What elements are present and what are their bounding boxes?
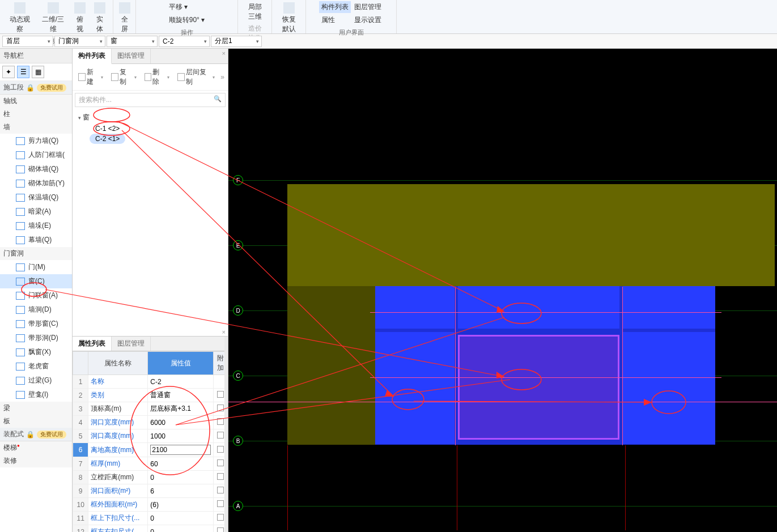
nav-section-slab[interactable]: 板 <box>0 415 72 428</box>
pan-button[interactable]: 平移 ▾ <box>167 1 207 13</box>
window-pane[interactable] <box>375 286 455 329</box>
property-value[interactable]: C-2 <box>148 375 214 389</box>
nav-section-opening[interactable]: 门窗洞 <box>0 247 72 260</box>
nav-item-wall[interactable]: 砌体加筋(Y) <box>0 176 72 190</box>
fullscreen-button[interactable]: 全屏 <box>117 1 133 35</box>
nav-section-stair[interactable]: 楼梯● <box>0 441 72 454</box>
property-value[interactable]: 60 <box>148 457 214 471</box>
checkbox-icon[interactable] <box>217 418 224 425</box>
nav-tool-list[interactable]: ☰ <box>17 66 29 78</box>
nav-item-opening[interactable]: 门联窗(A) <box>0 288 72 303</box>
floor-dropdown[interactable]: 首层 <box>2 36 53 47</box>
floor-copy-button[interactable]: 层间复制 <box>175 66 217 88</box>
nav-item-opening[interactable]: 门(M) <box>0 260 72 274</box>
nav-tool-add[interactable]: ✦ <box>2 66 15 78</box>
property-value[interactable]: 0 <box>148 512 214 525</box>
property-row[interactable]: 6离地高度(mm) <box>73 443 228 457</box>
2d3d-button[interactable]: 二维/三维 <box>37 1 69 35</box>
category-dropdown[interactable]: 门窗洞 <box>54 36 105 47</box>
property-value[interactable]: 1000 <box>148 429 214 443</box>
type-dropdown[interactable]: 窗 <box>107 36 158 47</box>
nav-tool-grid[interactable]: ▦ <box>32 66 44 78</box>
checkbox-icon[interactable] <box>217 473 224 480</box>
nav-section-construction[interactable]: 施工段 🔒 免费试用 <box>0 81 72 95</box>
nav-item-opening[interactable]: 窗(C) <box>0 274 72 288</box>
top-view-button[interactable]: 俯视 <box>71 1 89 35</box>
window-pane[interactable] <box>375 332 455 444</box>
nav-item-opening[interactable]: 墙洞(D) <box>0 303 72 317</box>
layer-mgmt-toggle[interactable]: 图层管理 <box>352 1 384 13</box>
checkbox-icon[interactable] <box>217 500 224 507</box>
property-row[interactable]: 12框左右扣尺寸(...0 <box>73 525 228 533</box>
viewport-3d[interactable]: F E D C B A <box>228 49 777 532</box>
nav-item-opening[interactable]: 飘窗(X) <box>0 345 72 359</box>
solid-button[interactable]: 实体 <box>91 1 108 35</box>
wall-element[interactable] <box>287 286 375 445</box>
member-dropdown[interactable]: C-2 <box>159 36 210 47</box>
property-row[interactable]: 3顶标高(m)层底标高+3.1 <box>73 402 228 416</box>
window-pane[interactable] <box>623 332 715 444</box>
property-row[interactable]: 8立樘距离(mm)0 <box>73 471 228 484</box>
dynamic-view-button[interactable]: 动态观察 <box>5 1 35 35</box>
nav-item-wall[interactable]: 砌体墙(Q) <box>0 162 72 176</box>
nav-item-opening[interactable]: 壁龛(I) <box>0 388 72 402</box>
nav-section-wall[interactable]: 墙 <box>0 121 72 134</box>
window-element-selected[interactable] <box>458 335 619 440</box>
nav-item-opening[interactable]: 带形窗(C) <box>0 317 72 331</box>
tab-layer-mgmt[interactable]: 图层管理 <box>112 337 151 351</box>
nav-item-wall[interactable]: 幕墙(Q) <box>0 233 72 247</box>
display-settings-toggle[interactable]: 显示设置 <box>352 14 384 26</box>
nav-item-wall[interactable]: 墙垛(E) <box>0 219 72 233</box>
checkbox-icon[interactable] <box>217 527 224 532</box>
copy-button[interactable]: 复制 <box>109 66 138 88</box>
nav-section-prefab[interactable]: 装配式 🔒 免费试用 <box>0 428 72 441</box>
nav-item-opening[interactable]: 过梁(G) <box>0 373 72 388</box>
property-row[interactable]: 4洞口宽度(mm)6000 <box>73 416 228 429</box>
property-row[interactable]: 9洞口面积(m²)6 <box>73 484 228 498</box>
checkbox-icon[interactable] <box>217 405 224 411</box>
close-icon[interactable]: × <box>222 50 226 57</box>
tab-drawing-mgmt[interactable]: 图纸管理 <box>112 49 151 63</box>
tree-item[interactable]: C-2 <1> <box>90 134 125 144</box>
window-pane[interactable] <box>458 286 619 329</box>
nav-item-wall[interactable]: 保温墙(Q) <box>0 190 72 205</box>
properties-toggle[interactable]: 属性 <box>319 14 351 26</box>
property-value[interactable]: 普通窗 <box>148 389 214 402</box>
nav-item-opening[interactable]: 老虎窗 <box>0 359 72 373</box>
tab-component-list[interactable]: 构件列表 <box>73 49 112 64</box>
wall-element[interactable] <box>287 184 775 286</box>
property-row[interactable]: 1名称C-2 <box>73 375 228 389</box>
nav-section-column[interactable]: 柱 <box>0 108 72 121</box>
close-icon[interactable]: × <box>222 329 226 335</box>
restore-default-button[interactable]: 恢复默认 <box>277 1 301 35</box>
window-pane[interactable] <box>623 286 715 329</box>
tab-property-list[interactable]: 属性列表 <box>73 337 112 351</box>
property-value[interactable]: (6) <box>148 498 214 512</box>
property-value[interactable]: 6 <box>148 484 214 498</box>
component-list-toggle[interactable]: 构件列表 <box>319 1 351 13</box>
nav-item-wall[interactable]: 剪力墙(Q) <box>0 134 72 148</box>
new-button[interactable]: 新建 <box>76 66 105 88</box>
checkbox-icon[interactable] <box>217 487 224 493</box>
scrollbar[interactable] <box>224 337 228 532</box>
property-row[interactable]: 10框外围面积(m²)(6) <box>73 498 228 512</box>
checkbox-icon[interactable] <box>217 391 224 398</box>
property-value-input[interactable] <box>150 445 211 455</box>
nav-section-beam[interactable]: 梁 <box>0 402 72 415</box>
tree-item[interactable]: C-1 <2> <box>90 124 125 134</box>
property-value[interactable]: 0 <box>148 525 214 533</box>
checkbox-icon[interactable] <box>217 446 224 453</box>
property-row[interactable]: 11框上下扣尺寸(...0 <box>73 512 228 525</box>
nav-item-wall[interactable]: 暗梁(A) <box>0 205 72 219</box>
property-value[interactable]: 6000 <box>148 416 214 429</box>
property-value[interactable]: 层底标高+3.1 <box>148 402 214 416</box>
nav-item-wall[interactable]: 人防门框墙( <box>0 148 72 162</box>
delete-button[interactable]: 删除 <box>142 66 172 88</box>
nav-section-deco[interactable]: 装修 <box>0 454 72 467</box>
layer-dropdown[interactable]: 分层1 <box>211 36 262 47</box>
property-row[interactable]: 5洞口高度(mm)1000 <box>73 429 228 443</box>
nav-section-axis[interactable]: 轴线 <box>0 95 72 108</box>
checkbox-icon[interactable] <box>217 514 224 521</box>
tree-root-window[interactable]: 窗 <box>76 112 224 124</box>
checkbox-icon[interactable] <box>217 459 224 466</box>
